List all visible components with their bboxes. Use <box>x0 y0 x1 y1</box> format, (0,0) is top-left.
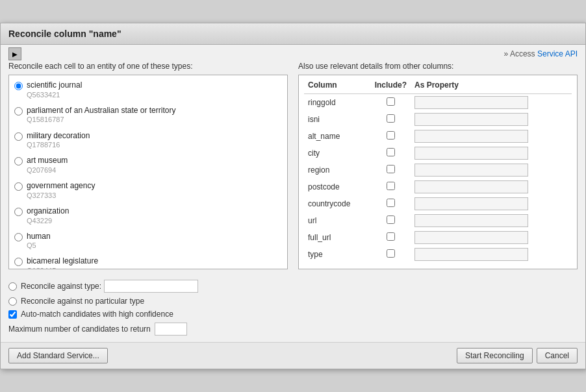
entity-radio[interactable] <box>14 182 23 191</box>
table-row: countrycode <box>304 195 572 212</box>
dialog-title: Reconcile column "name" <box>1 23 585 45</box>
column-name: region <box>304 162 371 178</box>
include-checkbox[interactable] <box>387 148 395 156</box>
as-property-cell <box>411 162 572 178</box>
footer-right: Start Reconciling Cancel <box>457 348 578 363</box>
no-particular-type-label: Reconcile against no particular type <box>21 297 144 306</box>
entity-radio[interactable] <box>14 157 23 165</box>
max-candidates-row: Maximum number of candidates to return <box>8 323 578 336</box>
include-checkbox[interactable] <box>387 232 395 241</box>
footer-left: Add Standard Service... <box>8 348 108 363</box>
include-checkbox-cell <box>371 195 411 212</box>
entity-id: Q189445 <box>27 267 98 269</box>
entity-list: scientific journal Q5633421 parliament o… <box>9 75 287 269</box>
list-item: military decoration Q1788716 <box>12 130 285 151</box>
table-row: ringgold <box>304 94 572 112</box>
table-row: url <box>304 212 572 229</box>
entity-radio[interactable] <box>14 107 23 116</box>
include-checkbox[interactable] <box>387 215 395 224</box>
reconcile-type-row: Reconcile against type: <box>8 280 578 293</box>
as-property-input[interactable] <box>414 147 528 160</box>
as-property-cell <box>411 195 572 212</box>
entity-radio[interactable] <box>14 132 23 141</box>
entity-name: organization <box>27 206 69 217</box>
entity-name: bicameral legislature <box>27 256 98 267</box>
auto-match-label: Auto-match candidates with high confiden… <box>21 310 173 319</box>
entity-id: Q15816787 <box>27 116 175 124</box>
as-property-cell <box>411 246 572 263</box>
as-property-input[interactable] <box>414 96 528 109</box>
columns-table: Column Include? As Property ringgold isn… <box>304 79 572 263</box>
entity-id: Q207694 <box>27 166 68 175</box>
list-item: organization Q43229 <box>12 205 285 227</box>
max-candidates-label: Maximum number of candidates to return <box>8 325 151 334</box>
entity-name: human <box>27 232 51 242</box>
as-property-input[interactable] <box>414 164 528 177</box>
list-item: parliament of an Australian state or ter… <box>12 104 285 126</box>
include-checkbox[interactable] <box>387 165 395 173</box>
column-name: countrycode <box>304 195 371 212</box>
entity-name: art museum <box>27 156 68 166</box>
include-checkbox[interactable] <box>387 131 395 140</box>
include-checkbox[interactable] <box>387 182 395 190</box>
list-item: government agency Q327333 <box>12 180 285 201</box>
table-row: isni <box>304 111 572 128</box>
left-section-label: Reconcile each cell to an entity of one … <box>8 62 288 71</box>
as-property-input[interactable] <box>414 113 528 126</box>
column-name: alt_name <box>304 128 371 145</box>
as-property-cell <box>411 229 572 246</box>
reconcile-type-radio[interactable] <box>8 282 17 291</box>
content-area: Reconcile each cell to an entity of one … <box>1 62 585 275</box>
table-row: alt_name <box>304 128 572 145</box>
include-checkbox[interactable] <box>387 114 395 123</box>
as-property-input[interactable] <box>414 197 528 210</box>
auto-match-checkbox[interactable] <box>8 310 17 319</box>
entity-radio[interactable] <box>14 258 23 266</box>
as-property-cell <box>411 178 572 195</box>
as-property-input[interactable] <box>414 214 528 227</box>
include-checkbox[interactable] <box>387 249 395 258</box>
entity-radio[interactable] <box>14 82 23 90</box>
as-property-input[interactable] <box>414 248 528 261</box>
as-property-cell <box>411 212 572 229</box>
column-name: type <box>304 246 371 263</box>
service-link-row: » Access Service API <box>504 49 578 58</box>
start-reconciling-button[interactable]: Start Reconciling <box>457 348 533 363</box>
as-property-input[interactable] <box>414 231 528 244</box>
add-standard-service-button[interactable]: Add Standard Service... <box>8 348 108 363</box>
no-particular-type-radio[interactable] <box>8 297 17 306</box>
include-checkbox-cell <box>371 212 411 229</box>
service-api-link[interactable]: Service API <box>537 49 578 58</box>
no-particular-type-row: Reconcile against no particular type <box>8 297 578 306</box>
list-item: art museum Q207694 <box>12 154 285 176</box>
max-candidates-input[interactable] <box>155 323 187 336</box>
list-item: human Q5 <box>12 230 285 252</box>
entity-radio[interactable] <box>14 233 23 241</box>
as-property-cell <box>411 145 572 162</box>
include-checkbox-cell <box>371 246 411 263</box>
entity-name: parliament of an Australian state or ter… <box>27 106 175 116</box>
bottom-options: Reconcile against type: Reconcile agains… <box>1 275 585 342</box>
entity-name: government agency <box>27 181 95 191</box>
reconcile-type-label: Reconcile against type: <box>21 282 101 291</box>
column-name: full_url <box>304 229 371 246</box>
auto-match-row: Auto-match candidates with high confiden… <box>8 310 578 319</box>
as-property-input[interactable] <box>414 130 528 143</box>
include-checkbox[interactable] <box>387 199 395 207</box>
reconcile-type-input[interactable] <box>104 280 198 293</box>
column-name: url <box>304 212 371 229</box>
as-property-input[interactable] <box>414 180 528 193</box>
column-name: postcode <box>304 178 371 195</box>
entity-id: Q5 <box>27 241 51 250</box>
entity-name: military decoration <box>27 131 90 141</box>
include-checkbox[interactable] <box>387 97 395 106</box>
cancel-button[interactable]: Cancel <box>537 348 578 363</box>
include-checkbox-cell <box>371 94 411 112</box>
arrow-icon[interactable]: ▶ <box>8 47 21 60</box>
include-checkbox-cell <box>371 178 411 195</box>
entity-list-container[interactable]: scientific journal Q5633421 parliament o… <box>8 75 288 269</box>
entity-radio[interactable] <box>14 208 23 216</box>
entity-id: Q327333 <box>27 191 95 200</box>
entity-id: Q43229 <box>27 217 69 225</box>
column-name: city <box>304 145 371 162</box>
